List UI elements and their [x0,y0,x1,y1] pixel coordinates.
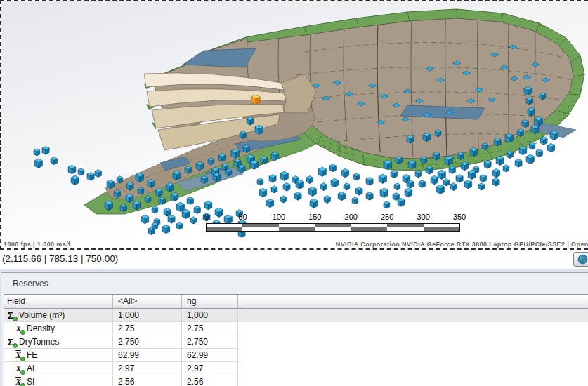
hg-value-cell[interactable]: 1,000 [182,309,238,322]
all-value-cell[interactable]: 2.56 [113,375,182,386]
field-label: SI [27,375,34,386]
all-value-cell[interactable]: 2,750 [113,335,182,349]
table-row-fe[interactable]: XFE62.9962.99 [4,349,588,362]
hg-value-cell[interactable]: 62.99 [182,349,238,362]
3d-viewport[interactable]: 1000 fps | 1.000 ms/f NVIDIA Corporation… [0,0,588,250]
hg-value-cell[interactable]: 2,750 [182,335,238,349]
reserves-panel: Reserves Field <All> hg ΣVolume (m³)1,00… [1,272,588,386]
hg-value-cell[interactable]: 2.75 [182,322,238,335]
all-value-cell[interactable]: 1,000 [113,309,182,322]
field-label: FE [27,349,37,361]
hg-value-cell[interactable]: 2.97 [182,362,238,375]
field-cell[interactable]: XAL [4,362,113,375]
table-row-drytonnes[interactable]: ΣDryTonnes2,7502,750 [4,335,588,349]
table-row-si[interactable]: XSI2.562.56 [4,375,588,386]
sum-icon: Σ [6,310,15,321]
3d-model-scene [1,1,588,250]
mean-icon: X [13,323,23,335]
field-label: Volume (m³) [19,309,65,321]
scale-tick-label: 350 [453,213,466,221]
table-row-al[interactable]: XAL2.972.97 [4,362,588,375]
scale-bar [206,223,460,232]
table-body: ΣVolume (m³)1,0001,000XDensity2.752.75ΣD… [4,309,588,386]
gpu-status-text: NVIDIA Corporation NVIDIA GeForce RTX 30… [336,241,588,248]
reserves-table: Field <All> hg ΣVolume (m³)1,0001,000XDe… [4,294,588,386]
fps-status-text: 1000 fps | 1.000 ms/f [4,241,70,248]
field-label: DryTonnes [19,335,59,348]
all-value-cell[interactable]: 2.75 [113,322,182,335]
cursor-coordinates: (2,115.66 | 785.13 | 750.00) [2,253,118,264]
field-cell[interactable]: XDensity [4,322,113,335]
table-row-volume-m-[interactable]: ΣVolume (m³)1,0001,000 [4,309,588,322]
application-window: 1000 fps | 1.000 ms/f NVIDIA Corporation… [0,0,588,386]
mean-icon: X [13,350,23,361]
field-cell[interactable]: ΣVolume (m³) [4,309,113,322]
row-filler [238,335,588,349]
row-filler [238,309,588,322]
hg-value-cell[interactable]: 2.56 [182,375,238,386]
field-cell[interactable]: XFE [4,349,113,362]
column-header-all[interactable]: <All> [113,295,182,308]
row-filler [238,362,588,375]
field-label: Density [27,322,55,335]
field-cell[interactable]: ΣDryTonnes [4,335,113,349]
selected-sample-cube [251,95,260,105]
scale-tick-label: 200 [345,213,358,221]
table-header-row: Field <All> hg [4,295,588,309]
globe-icon [577,254,588,265]
coordinate-bar: (2,115.66 | 785.13 | 750.00) [0,250,588,269]
sum-icon: Σ [6,336,15,348]
column-header-hg[interactable]: hg [182,295,238,308]
field-label: AL [27,362,37,375]
lower-dock-area: Reserves Field <All> hg ΣVolume (m³)1,00… [0,269,588,386]
field-cell[interactable]: XSI [4,375,113,386]
scale-tick-label: 100 [273,213,285,221]
scale-tick-label: 150 [308,213,321,221]
scale-tick-label: 50 [238,213,247,221]
scale-tick-label: 0 [204,213,209,221]
row-filler [238,375,588,386]
globe-button[interactable] [573,252,588,267]
scale-tick-label: 250 [381,213,393,221]
row-filler [238,349,588,362]
column-header-field[interactable]: Field [4,295,113,308]
table-row-density[interactable]: XDensity2.752.75 [4,322,588,335]
all-value-cell[interactable]: 62.99 [113,349,182,362]
panel-title: Reserves [13,279,48,288]
mean-icon: X [13,363,23,375]
all-value-cell[interactable]: 2.97 [113,362,182,375]
column-header-filler [238,295,588,308]
scale-tick-label: 300 [417,213,429,221]
row-filler [238,322,588,335]
mean-icon: X [13,376,23,386]
